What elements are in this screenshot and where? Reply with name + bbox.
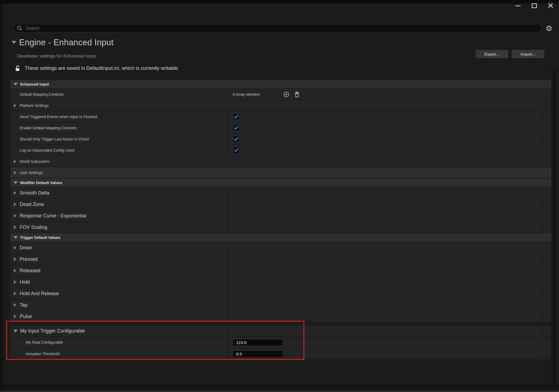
numeric-value-input[interactable] — [233, 339, 283, 346]
collapsed-caret-icon[interactable] — [14, 191, 16, 195]
settings-row[interactable]: Send Triggered Events when Input Is Flus… — [10, 111, 551, 122]
row-value-cell — [228, 242, 542, 253]
expandable-struct-row[interactable]: My Input Trigger Configurable — [10, 325, 551, 336]
checkbox[interactable] — [233, 147, 240, 154]
settings-row[interactable]: Default Mapping Contexts0 Array element — [10, 89, 551, 100]
expandable-settings-row[interactable]: User Settings — [10, 167, 551, 178]
settings-row[interactable]: Should Only Trigger Last Action in Chord — [10, 134, 551, 144]
expandable-struct-row[interactable]: Response Curve - Exponential — [10, 210, 551, 221]
row-value-cell — [228, 311, 542, 322]
expandable-struct-row[interactable]: Pressed — [10, 254, 551, 265]
expandable-struct-row[interactable]: Smooth Delta — [10, 187, 551, 198]
collapsed-caret-icon[interactable] — [14, 269, 16, 273]
expanded-caret-icon[interactable] — [13, 236, 18, 239]
collapsed-caret-icon[interactable] — [14, 202, 16, 206]
row-label: My Float Configurable — [26, 340, 63, 345]
minimize-icon — [515, 5, 521, 6]
expandable-struct-row[interactable]: Hold — [10, 277, 551, 288]
search-bar[interactable] — [13, 24, 542, 32]
reset-to-default-cell — [543, 311, 551, 322]
row-value-cell — [228, 187, 542, 198]
vertical-scrollbar[interactable] — [557, 68, 558, 385]
expanded-caret-icon[interactable] — [13, 330, 18, 332]
row-label: Send Triggered Events when Input Is Flus… — [20, 115, 97, 119]
row-value-cell — [228, 222, 542, 233]
checkbox[interactable] — [233, 136, 240, 142]
collapsed-caret-icon[interactable] — [14, 214, 16, 218]
reset-to-default-cell — [543, 300, 551, 310]
collapsed-caret-icon[interactable] — [14, 315, 16, 318]
reset-to-default-cell — [543, 145, 551, 155]
row-label: Enable Default Mapping Contexts — [20, 126, 77, 130]
expandable-struct-row[interactable]: Tap — [10, 300, 551, 310]
page-title: Engine - Enhanced Input — [19, 38, 114, 47]
row-label: User Settings — [20, 170, 43, 175]
reset-to-default-cell — [543, 187, 551, 198]
reset-to-default-cell — [543, 222, 551, 233]
child-settings-row[interactable]: Actuation Threshold — [10, 348, 551, 359]
panel-left-edge — [0, 13, 3, 392]
row-label: Dead Zone — [20, 202, 44, 207]
expandable-struct-row[interactable]: Pulse — [10, 311, 551, 322]
import-button[interactable]: Import... — [512, 50, 544, 58]
expandable-struct-row[interactable]: Down — [10, 242, 551, 253]
close-button[interactable]: ✕ — [547, 2, 554, 9]
row-label: Down — [20, 245, 32, 251]
checkbox[interactable] — [233, 113, 240, 120]
collapsed-caret-icon[interactable] — [14, 160, 16, 163]
row-value-cell — [228, 325, 542, 336]
config-note-text: These settings are saved in DefaultInput… — [25, 65, 179, 71]
collapsed-caret-icon[interactable] — [14, 257, 16, 261]
expandable-struct-row[interactable]: FOV Scaling — [10, 222, 551, 233]
window-controls: ✕ — [514, 2, 554, 10]
clear-array-button[interactable] — [294, 91, 300, 97]
minimize-button[interactable] — [514, 2, 521, 9]
row-value-cell — [228, 277, 542, 288]
reset-to-default-cell — [543, 199, 551, 210]
row-label: Smooth Delta — [20, 190, 49, 196]
expandable-struct-row[interactable]: Released — [10, 265, 551, 276]
collapsed-caret-icon[interactable] — [14, 303, 16, 307]
collapsed-caret-icon[interactable] — [14, 225, 16, 229]
settings-table: Enhanced InputDefault Mapping Contexts0 … — [10, 80, 551, 360]
reset-to-default-cell — [543, 265, 551, 276]
add-array-element-button[interactable] — [283, 91, 289, 97]
row-label: My Input Trigger Configurable — [20, 328, 85, 334]
indent-gutter — [10, 337, 16, 348]
row-label: Hold And Release — [20, 291, 59, 297]
collapsed-caret-icon[interactable] — [14, 104, 16, 107]
numeric-value-input[interactable] — [233, 351, 283, 357]
row-value-cell — [228, 254, 542, 265]
settings-gear-button[interactable]: ⚙ — [544, 24, 554, 33]
category-header-row[interactable]: Trigger Default Values — [10, 233, 551, 242]
checkbox[interactable] — [233, 124, 240, 131]
reset-to-default-cell — [543, 100, 551, 111]
row-label: Response Curve - Exponential — [20, 213, 86, 219]
search-input[interactable] — [25, 26, 504, 31]
expandable-struct-row[interactable]: Hold And Release — [10, 288, 551, 299]
child-settings-row[interactable]: My Float Configurable — [10, 337, 551, 348]
export-button[interactable]: Export... — [476, 50, 508, 58]
expanded-caret-icon[interactable] — [13, 83, 18, 85]
expandable-settings-row[interactable]: World Subsystem — [10, 156, 551, 167]
reset-to-default-cell — [543, 134, 551, 144]
maximize-button[interactable] — [531, 2, 538, 9]
collapsed-caret-icon[interactable] — [14, 246, 16, 250]
expandable-settings-row[interactable]: Platform Settings — [10, 100, 551, 111]
collapsed-caret-icon[interactable] — [14, 280, 16, 284]
settings-row[interactable]: Log on Deprecated Config Used — [10, 145, 551, 155]
category-header-row[interactable]: Enhanced Input — [10, 80, 551, 88]
collapsed-caret-icon[interactable] — [14, 171, 16, 175]
section-collapse-caret-icon[interactable] — [11, 41, 16, 44]
collapsed-caret-icon[interactable] — [14, 292, 16, 295]
row-label: Enhanced Input — [20, 82, 49, 86]
row-value-cell — [228, 348, 542, 359]
settings-row[interactable]: Enable Default Mapping Contexts — [10, 122, 551, 133]
close-icon: ✕ — [547, 2, 554, 9]
expanded-caret-icon[interactable] — [13, 181, 18, 184]
expandable-struct-row[interactable]: Dead Zone — [10, 199, 551, 210]
reset-to-default-cell — [543, 288, 551, 299]
category-header-row[interactable]: Modifier Default Values — [10, 178, 551, 187]
row-value-cell — [228, 265, 542, 276]
reset-to-default-cell — [543, 111, 551, 122]
